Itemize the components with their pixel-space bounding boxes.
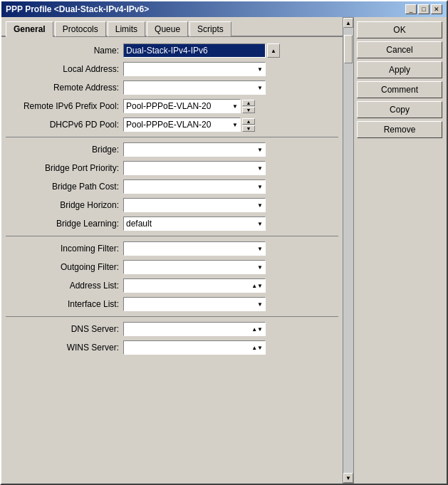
local-address-row: Local Address: ▼ [6, 61, 338, 77]
scrollbar: ▲ ▼ [343, 17, 354, 484]
bridge-path-cost-wrap: ▼ [123, 179, 338, 194]
minimize-button[interactable]: _ [405, 4, 417, 14]
incoming-filter-input[interactable]: ▼ [123, 241, 266, 256]
dhcpv6-label: DHCPv6 PD Pool: [6, 120, 123, 130]
tab-limits[interactable]: Limits [108, 21, 145, 37]
local-address-wrap: ▼ [123, 62, 338, 76]
dns-server-wrap: ▲▼ [123, 322, 338, 336]
scrollbar-thumb[interactable] [344, 35, 353, 63]
local-address-label: Local Address: [6, 64, 123, 74]
remote-ipv6-row: Remote IPv6 Prefix Pool: Pool-PPPoE-VLAN… [6, 98, 338, 114]
address-list-input[interactable]: ▲▼ [123, 278, 266, 293]
comment-button[interactable]: Comment [357, 81, 442, 98]
wins-server-label: WINS Server: [6, 343, 123, 353]
bridge-horizon-arrow: ▼ [257, 202, 263, 209]
bridge-path-cost-row: Bridge Path Cost: ▼ [6, 179, 338, 194]
address-list-row: Address List: ▲▼ [6, 278, 338, 293]
wins-server-input[interactable]: ▲▼ [123, 340, 266, 355]
bridge-learning-input[interactable]: default ▼ [123, 217, 266, 231]
remote-ipv6-input[interactable]: Pool-PPPoE-VLAN-20 ▼ [123, 99, 241, 113]
tab-protocols[interactable]: Protocols [55, 21, 106, 37]
tab-general[interactable]: General [6, 21, 53, 37]
ok-button[interactable]: OK [357, 21, 442, 38]
divider-3 [6, 316, 338, 317]
incoming-filter-arrow: ▼ [257, 246, 263, 252]
main-window: PPP Profile <Dual-Stack-IPv4-IPv6> _ □ ✕… [0, 0, 448, 485]
bridge-path-cost-arrow: ▼ [257, 184, 263, 190]
dhcpv6-down[interactable]: ▼ [242, 125, 255, 132]
dhcpv6-up[interactable]: ▲ [242, 118, 255, 125]
interface-list-row: Interface List: ▼ [6, 296, 338, 312]
bridge-label: Bridge: [6, 145, 123, 155]
name-scroll-up[interactable]: ▲ [267, 43, 280, 58]
remote-ipv6-down[interactable]: ▼ [242, 107, 255, 113]
remote-ipv6-wrap: Pool-PPPoE-VLAN-20 ▼ ▲ ▼ [123, 99, 338, 113]
remote-address-arrow: ▼ [257, 85, 263, 91]
bridge-horizon-input[interactable]: ▼ [123, 198, 266, 212]
outgoing-filter-input[interactable]: ▼ [123, 260, 266, 274]
name-label: Name: [6, 46, 123, 56]
bridge-horizon-wrap: ▼ [123, 198, 338, 212]
bridge-horizon-row: Bridge Horizon: ▼ [6, 197, 338, 213]
title-bar: PPP Profile <Dual-Stack-IPv4-IPv6> _ □ ✕ [1, 1, 447, 17]
bridge-learning-arrow: ▼ [257, 221, 263, 227]
remote-ipv6-arrow: ▼ [232, 103, 238, 110]
maximize-button[interactable]: □ [418, 4, 429, 14]
tab-queue[interactable]: Queue [147, 21, 188, 37]
tab-scripts[interactable]: Scripts [189, 21, 231, 37]
local-address-input[interactable]: ▼ [123, 62, 266, 76]
dhcpv6-input[interactable]: Pool-PPPoE-VLAN-20 ▼ [123, 118, 241, 132]
address-list-label: Address List: [6, 281, 123, 291]
window-title: PPP Profile <Dual-Stack-IPv4-IPv6> [6, 4, 149, 14]
main-panel: General Protocols Limits Queue Scripts N… [1, 17, 343, 484]
local-address-arrow: ▼ [257, 66, 263, 73]
dns-server-label: DNS Server: [6, 324, 123, 334]
bridge-input[interactable]: ▼ [123, 142, 266, 157]
cancel-button[interactable]: Cancel [357, 41, 442, 58]
dns-server-input[interactable]: ▲▼ [123, 322, 266, 336]
scrollbar-track [343, 28, 353, 473]
dhcpv6-value: Pool-PPPoE-VLAN-20 [126, 120, 211, 130]
dhcpv6-arrows: ▲ ▼ [242, 118, 255, 132]
wins-server-wrap: ▲▼ [123, 340, 338, 355]
bridge-wrap: ▼ [123, 142, 338, 157]
name-input[interactable] [123, 43, 266, 58]
outgoing-filter-wrap: ▼ [123, 260, 338, 274]
copy-button[interactable]: Copy [357, 101, 442, 118]
remote-address-wrap: ▼ [123, 80, 338, 95]
remote-address-input[interactable]: ▼ [123, 80, 266, 95]
divider-1 [6, 137, 338, 137]
wins-server-row: WINS Server: ▲▼ [6, 340, 338, 355]
remote-ipv6-arrows: ▲ ▼ [242, 100, 255, 113]
incoming-filter-row: Incoming Filter: ▼ [6, 241, 338, 256]
address-list-wrap: ▲▼ [123, 278, 338, 293]
bridge-arrow: ▼ [257, 147, 263, 153]
bridge-port-priority-wrap: ▼ [123, 161, 338, 175]
bridge-port-priority-input[interactable]: ▼ [123, 161, 266, 175]
bridge-port-priority-arrow: ▼ [257, 165, 263, 172]
dns-server-row: DNS Server: ▲▼ [6, 321, 338, 337]
dns-server-arrow: ▲▼ [251, 326, 263, 333]
outgoing-filter-row: Outgoing Filter: ▼ [6, 259, 338, 275]
address-list-arrow: ▲▼ [251, 283, 263, 289]
remote-ipv6-up[interactable]: ▲ [242, 100, 255, 106]
bridge-learning-value: default [126, 219, 152, 229]
tab-bar: General Protocols Limits Queue Scripts [1, 17, 343, 37]
remote-address-row: Remote Address: ▼ [6, 80, 338, 95]
bridge-path-cost-input[interactable]: ▼ [123, 179, 266, 194]
form-area: Name: ▲ Local Address: ▼ [1, 37, 343, 484]
interface-list-input[interactable]: ▼ [123, 297, 266, 311]
incoming-filter-wrap: ▼ [123, 241, 338, 256]
apply-button[interactable]: Apply [357, 61, 442, 78]
bridge-port-priority-row: Bridge Port Priority: ▼ [6, 160, 338, 176]
interface-list-arrow: ▼ [257, 301, 263, 308]
window-controls: _ □ ✕ [405, 4, 442, 14]
dhcpv6-row: DHCPv6 PD Pool: Pool-PPPoE-VLAN-20 ▼ ▲ ▼ [6, 117, 338, 132]
scrollbar-up[interactable]: ▲ [343, 18, 353, 28]
scrollbar-down[interactable]: ▼ [343, 473, 353, 483]
remove-button[interactable]: Remove [357, 121, 442, 138]
dhcpv6-wrap: Pool-PPPoE-VLAN-20 ▼ ▲ ▼ [123, 118, 338, 132]
bridge-port-priority-label: Bridge Port Priority: [6, 163, 123, 173]
close-button[interactable]: ✕ [431, 4, 442, 14]
remote-ipv6-label: Remote IPv6 Prefix Pool: [6, 101, 123, 111]
